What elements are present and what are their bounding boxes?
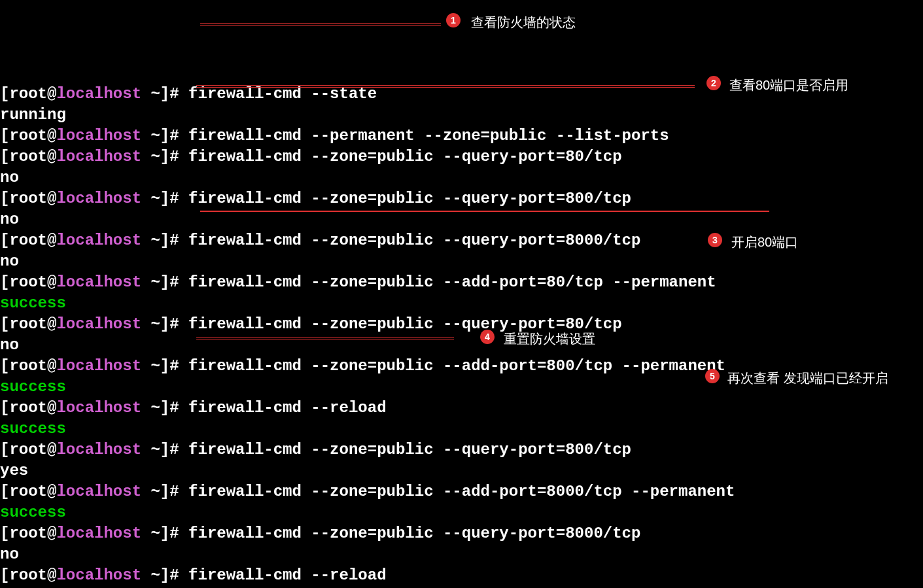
shell-prompt: [root@localhost ~]# bbox=[0, 566, 188, 584]
prompt-path: ~ bbox=[141, 566, 160, 584]
prompt-tail: ]# bbox=[160, 483, 188, 500]
terminal-line: [root@localhost ~]# firewall-cmd --zone=… bbox=[0, 481, 923, 502]
prompt-host: localhost bbox=[56, 85, 141, 103]
terminal-line: no bbox=[0, 544, 923, 565]
prompt-open: [ bbox=[0, 399, 9, 417]
prompt-host: localhost bbox=[56, 315, 141, 333]
prompt-open: [ bbox=[0, 190, 9, 207]
terminal-line: no bbox=[0, 209, 923, 230]
prompt-host: localhost bbox=[56, 190, 141, 207]
annotation-badge: 4 bbox=[480, 330, 495, 344]
prompt-tail: ]# bbox=[160, 232, 188, 249]
prompt-open: [ bbox=[0, 85, 9, 103]
prompt-tail: ]# bbox=[160, 273, 188, 291]
terminal-line: success bbox=[0, 419, 923, 440]
prompt-tail: ]# bbox=[160, 127, 188, 145]
prompt-at: @ bbox=[47, 315, 56, 333]
command-text: firewall-cmd --permanent --zone=public -… bbox=[188, 127, 669, 145]
prompt-tail: ]# bbox=[160, 85, 188, 103]
terminal-line: no bbox=[0, 251, 923, 272]
terminal-line: [root@localhost ~]# firewall-cmd --perma… bbox=[0, 126, 923, 147]
prompt-at: @ bbox=[47, 483, 56, 500]
command-text: firewall-cmd --zone=public --add-port=80… bbox=[188, 273, 716, 291]
output-text: success bbox=[0, 504, 66, 521]
prompt-path: ~ bbox=[141, 525, 160, 542]
prompt-host: localhost bbox=[56, 483, 141, 500]
annotation-note: 开启80端口 bbox=[731, 232, 798, 252]
terminal-line: [root@localhost ~]# firewall-cmd --reloa… bbox=[0, 565, 923, 586]
shell-prompt: [root@localhost ~]# bbox=[0, 273, 188, 291]
prompt-host: localhost bbox=[56, 525, 141, 542]
prompt-tail: ]# bbox=[160, 148, 188, 165]
prompt-at: @ bbox=[47, 525, 56, 542]
prompt-open: [ bbox=[0, 483, 9, 500]
annotation-badge: 5 bbox=[705, 369, 720, 383]
prompt-host: localhost bbox=[56, 127, 141, 145]
prompt-open: [ bbox=[0, 315, 9, 333]
output-text: running bbox=[0, 106, 66, 124]
prompt-path: ~ bbox=[141, 85, 160, 103]
prompt-user: root bbox=[9, 273, 47, 291]
prompt-at: @ bbox=[47, 85, 56, 103]
prompt-host: localhost bbox=[56, 357, 141, 375]
prompt-path: ~ bbox=[141, 315, 160, 333]
prompt-path: ~ bbox=[141, 357, 160, 375]
prompt-path: ~ bbox=[141, 483, 160, 500]
terminal-line: no bbox=[0, 335, 923, 356]
terminal-line: no bbox=[0, 167, 923, 188]
prompt-user: root bbox=[9, 566, 47, 584]
shell-prompt: [root@localhost ~]# bbox=[0, 148, 188, 165]
command-text: firewall-cmd --zone=public --query-port=… bbox=[188, 232, 640, 249]
output-text: success bbox=[0, 378, 66, 396]
prompt-host: localhost bbox=[56, 148, 141, 165]
prompt-open: [ bbox=[0, 273, 9, 291]
shell-prompt: [root@localhost ~]# bbox=[0, 85, 188, 103]
output-text: no bbox=[0, 336, 19, 354]
prompt-open: [ bbox=[0, 525, 9, 542]
annotation-badge: 1 bbox=[446, 13, 461, 27]
prompt-tail: ]# bbox=[160, 190, 188, 207]
prompt-user: root bbox=[9, 357, 47, 375]
prompt-at: @ bbox=[47, 127, 56, 145]
output-text: no bbox=[0, 545, 19, 563]
prompt-open: [ bbox=[0, 357, 9, 375]
prompt-user: root bbox=[9, 85, 47, 103]
terminal-line: [root@localhost ~]# firewall-cmd --reloa… bbox=[0, 398, 923, 419]
prompt-tail: ]# bbox=[160, 315, 188, 333]
prompt-tail: ]# bbox=[160, 441, 188, 458]
output-text: success bbox=[0, 294, 66, 312]
prompt-open: [ bbox=[0, 566, 9, 584]
shell-prompt: [root@localhost ~]# bbox=[0, 190, 188, 207]
prompt-path: ~ bbox=[141, 441, 160, 458]
terminal[interactable]: [root@localhost ~]# firewall-cmd --state… bbox=[0, 84, 923, 588]
prompt-host: localhost bbox=[56, 566, 141, 584]
shell-prompt: [root@localhost ~]# bbox=[0, 399, 188, 417]
terminal-line: [root@localhost ~]# firewall-cmd --zone=… bbox=[0, 523, 923, 544]
annotation-badge: 3 bbox=[708, 233, 722, 247]
prompt-tail: ]# bbox=[160, 357, 188, 375]
prompt-at: @ bbox=[47, 273, 56, 291]
prompt-host: localhost bbox=[56, 273, 141, 291]
command-text: firewall-cmd --zone=public --query-port=… bbox=[188, 525, 640, 542]
prompt-path: ~ bbox=[141, 399, 160, 417]
terminal-line: [root@localhost ~]# firewall-cmd --zone=… bbox=[0, 147, 923, 167]
command-text: firewall-cmd --zone=public --query-port=… bbox=[188, 148, 622, 165]
shell-prompt: [root@localhost ~]# bbox=[0, 232, 188, 249]
command-text: firewall-cmd --zone=public --query-port=… bbox=[188, 190, 631, 207]
prompt-user: root bbox=[9, 127, 47, 145]
annotation-badge: 2 bbox=[706, 76, 721, 90]
prompt-user: root bbox=[9, 315, 47, 333]
output-text: success bbox=[0, 420, 66, 438]
shell-prompt: [root@localhost ~]# bbox=[0, 357, 188, 375]
command-text: firewall-cmd --reload bbox=[188, 566, 386, 584]
prompt-host: localhost bbox=[56, 232, 141, 249]
prompt-tail: ]# bbox=[160, 566, 188, 584]
prompt-open: [ bbox=[0, 232, 9, 249]
prompt-open: [ bbox=[0, 441, 9, 458]
prompt-at: @ bbox=[47, 566, 56, 584]
prompt-tail: ]# bbox=[160, 525, 188, 542]
command-text: firewall-cmd --reload bbox=[188, 399, 386, 417]
terminal-line: running bbox=[0, 105, 923, 126]
command-text: firewall-cmd --state bbox=[188, 85, 377, 103]
terminal-line: [root@localhost ~]# firewall-cmd --zone=… bbox=[0, 272, 923, 293]
